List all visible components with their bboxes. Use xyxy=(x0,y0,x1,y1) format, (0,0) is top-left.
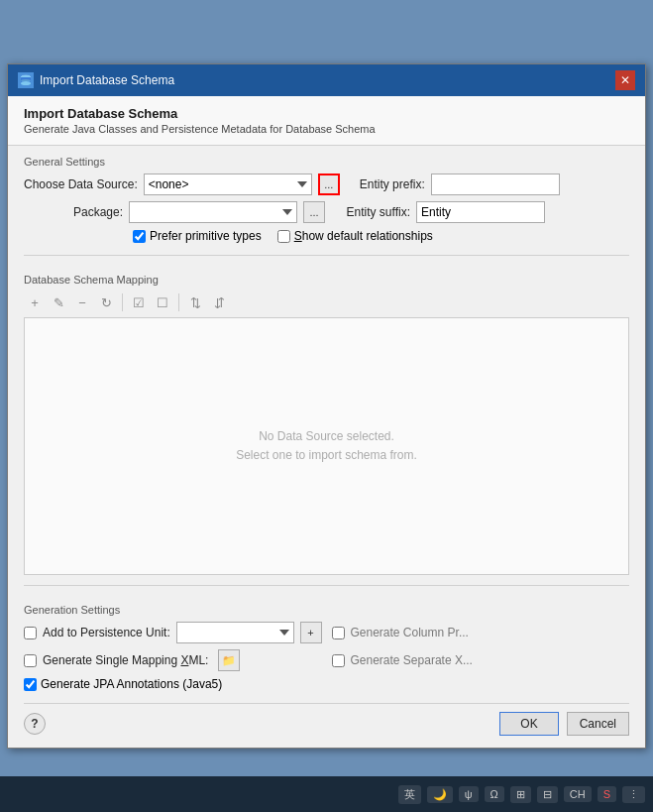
footer-right: OK Cancel xyxy=(499,712,629,736)
sort-asc-button[interactable]: ⇅ xyxy=(184,291,206,313)
persistence-add-button[interactable]: + xyxy=(300,622,322,643)
generate-single-mapping-text: Generate Single Mapping XML: xyxy=(43,653,208,667)
show-default-relationships-text: Show default relationships xyxy=(294,229,433,243)
toolbar-separator-1 xyxy=(122,293,123,311)
generation-section: Generation Settings Add to Persistence U… xyxy=(24,585,629,691)
generate-column-label[interactable] xyxy=(332,627,345,639)
close-button[interactable]: ✕ xyxy=(615,70,635,90)
prefer-primitive-text: Prefer primitive types xyxy=(150,229,262,243)
import-dialog: Import Database Schema ✕ Import Database… xyxy=(7,63,646,749)
prefer-primitive-checkbox[interactable] xyxy=(133,230,146,243)
show-default-relationships-checkbox-label[interactable]: Show default relationships xyxy=(277,229,433,243)
generate-column-text: Generate Column Pr... xyxy=(351,626,469,639)
entity-suffix-label: Entity suffix: xyxy=(331,205,410,219)
taskbar-item-ch: CH xyxy=(564,786,592,802)
taskbar-item-ying: 英 xyxy=(398,785,421,804)
no-data-text: No Data Source selected. Select one to i… xyxy=(236,427,417,465)
entity-suffix-input[interactable] xyxy=(416,201,545,223)
generate-jpa-row: Generate JPA Annotations (Java5) xyxy=(24,677,629,691)
generate-single-mapping-row: Generate Single Mapping XML: 📁 xyxy=(24,649,322,671)
refresh-button[interactable]: ↻ xyxy=(95,291,117,313)
dialog-footer: ? OK Cancel xyxy=(24,703,629,736)
package-select[interactable] xyxy=(129,201,297,223)
generate-separate-label[interactable] xyxy=(332,654,345,667)
mapping-section-label: Database Schema Mapping xyxy=(24,274,629,286)
generate-jpa-text: Generate JPA Annotations (Java5) xyxy=(41,677,222,691)
uncheck-button[interactable]: ☐ xyxy=(152,291,173,313)
toolbar-separator-2 xyxy=(178,293,179,311)
add-persistence-checkbox[interactable] xyxy=(24,627,37,639)
generation-section-label: Generation Settings xyxy=(24,604,629,616)
generate-separate-row: Generate Separate X... xyxy=(332,653,630,667)
generate-single-mapping-label[interactable] xyxy=(24,654,37,667)
taskbar-item-s: S xyxy=(598,786,616,802)
package-row: Package: ... Entity suffix: xyxy=(24,201,629,223)
taskbar-item-moon: 🌙 xyxy=(427,786,453,803)
taskbar-item-more: ⋮ xyxy=(622,786,645,803)
generate-separate-text: Generate Separate X... xyxy=(351,653,473,667)
entity-prefix-input[interactable] xyxy=(431,174,560,195)
taskbar-item-grid2: ⊟ xyxy=(537,786,558,803)
footer-left: ? xyxy=(24,713,46,735)
single-mapping-browse-button[interactable]: 📁 xyxy=(218,649,240,671)
mapping-section: Database Schema Mapping + ✎ − ↻ ☑ ☐ ⇅ ⇵ … xyxy=(24,255,629,575)
dialog-header: Import Database Schema Generate Java Cla… xyxy=(8,96,645,146)
title-bar-left: Import Database Schema xyxy=(18,72,174,88)
data-source-row: Choose Data Source: <none> ... Entity pr… xyxy=(24,174,629,195)
show-default-relationships-checkbox[interactable] xyxy=(277,230,290,243)
remove-button[interactable]: − xyxy=(71,291,93,313)
cancel-button[interactable]: Cancel xyxy=(567,712,629,736)
dialog-title: Import Database Schema xyxy=(24,106,629,121)
edit-button[interactable]: ✎ xyxy=(48,291,69,313)
prefer-primitive-checkbox-label[interactable]: Prefer primitive types xyxy=(133,229,262,243)
add-persistence-label[interactable] xyxy=(24,627,37,639)
mapping-toolbar: + ✎ − ↻ ☑ ☐ ⇅ ⇵ xyxy=(24,291,629,313)
package-browse-button[interactable]: ... xyxy=(303,201,325,223)
dialog-body: Import Database Schema Generate Java Cla… xyxy=(8,96,645,748)
generate-separate-checkbox[interactable] xyxy=(332,654,345,667)
generate-jpa-label[interactable]: Generate JPA Annotations (Java5) xyxy=(24,677,222,691)
entity-prefix-label: Entity prefix: xyxy=(346,177,425,191)
add-button[interactable]: + xyxy=(24,291,46,313)
generate-column-checkbox[interactable] xyxy=(332,627,345,639)
data-source-label: Choose Data Source: xyxy=(24,177,138,191)
data-source-select[interactable]: <none> xyxy=(144,174,312,195)
taskbar-item-omega: Ω xyxy=(485,786,504,802)
generate-jpa-checkbox[interactable] xyxy=(24,678,37,691)
help-button[interactable]: ? xyxy=(24,713,46,735)
checkboxes-row: Prefer primitive types Show default rela… xyxy=(133,229,629,243)
mapping-area: No Data Source selected. Select one to i… xyxy=(24,317,629,575)
ok-button[interactable]: OK xyxy=(499,712,558,736)
db-icon xyxy=(18,72,34,88)
package-label: Package: xyxy=(24,205,123,219)
dialog-subtitle: Generate Java Classes and Persistence Me… xyxy=(24,123,629,135)
taskbar-item-psi: ψ xyxy=(459,786,479,802)
generate-column-row: Generate Column Pr... xyxy=(332,626,630,639)
add-persistence-row: Add to Persistence Unit: + xyxy=(24,622,322,643)
taskbar: 英 🌙 ψ Ω ⊞ ⊟ CH S ⋮ xyxy=(0,776,653,812)
title-bar-text: Import Database Schema xyxy=(40,73,174,87)
general-settings-label: General Settings xyxy=(24,156,629,168)
generate-single-mapping-checkbox[interactable] xyxy=(24,654,37,667)
add-persistence-text: Add to Persistence Unit: xyxy=(43,626,170,639)
check-button[interactable]: ☑ xyxy=(128,291,150,313)
taskbar-item-grid: ⊞ xyxy=(510,786,531,803)
generation-grid: Add to Persistence Unit: + Generate Colu… xyxy=(24,622,629,691)
data-source-browse-button[interactable]: ... xyxy=(318,174,340,195)
sort-desc-button[interactable]: ⇵ xyxy=(208,291,230,313)
persistence-select[interactable] xyxy=(176,622,294,643)
title-bar: Import Database Schema ✕ xyxy=(8,64,645,96)
svg-point-4 xyxy=(21,81,31,85)
